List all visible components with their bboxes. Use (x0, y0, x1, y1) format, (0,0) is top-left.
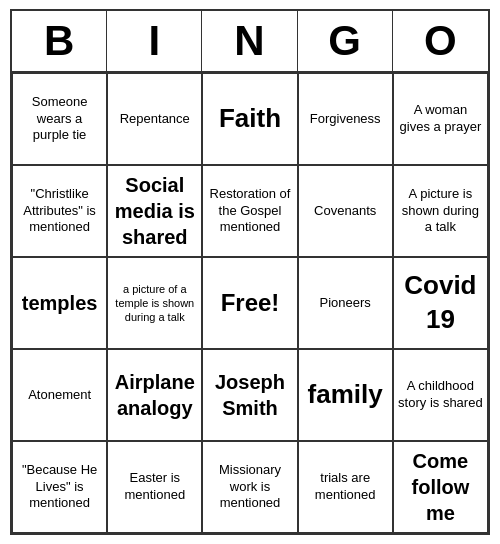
header-letter: I (107, 11, 202, 71)
bingo-cell[interactable]: Someone wears a purple tie (12, 73, 107, 165)
bingo-cell[interactable]: Pioneers (298, 257, 393, 349)
header-letter: G (298, 11, 393, 71)
bingo-cell[interactable]: a picture of a temple is shown during a … (107, 257, 202, 349)
bingo-cell[interactable]: Restoration of the Gospel mentioned (202, 165, 297, 257)
bingo-cell[interactable]: Missionary work is mentioned (202, 441, 297, 533)
bingo-cell[interactable]: Faith (202, 73, 297, 165)
bingo-cell[interactable]: Repentance (107, 73, 202, 165)
bingo-cell[interactable]: Atonement (12, 349, 107, 441)
header-letter: O (393, 11, 488, 71)
header-letter: B (12, 11, 107, 71)
bingo-cell[interactable]: Airplane analogy (107, 349, 202, 441)
bingo-cell[interactable]: Covenants (298, 165, 393, 257)
bingo-cell[interactable]: Covid 19 (393, 257, 488, 349)
bingo-header: BINGO (12, 11, 488, 73)
bingo-cell[interactable]: "Because He Lives" is mentioned (12, 441, 107, 533)
bingo-cell[interactable]: Easter is mentioned (107, 441, 202, 533)
bingo-cell[interactable]: Joseph Smith (202, 349, 297, 441)
bingo-card: BINGO Someone wears a purple tieRepentan… (10, 9, 490, 535)
bingo-cell[interactable]: trials are mentioned (298, 441, 393, 533)
bingo-cell[interactable]: A childhood story is shared (393, 349, 488, 441)
bingo-cell[interactable]: Social media is shared (107, 165, 202, 257)
bingo-cell[interactable]: temples (12, 257, 107, 349)
bingo-cell[interactable]: A woman gives a prayer (393, 73, 488, 165)
bingo-cell[interactable]: Forgiveness (298, 73, 393, 165)
bingo-cell[interactable]: Come follow me (393, 441, 488, 533)
bingo-cell[interactable]: A picture is shown during a talk (393, 165, 488, 257)
bingo-cell[interactable]: "Christlike Attributes" is mentioned (12, 165, 107, 257)
bingo-cell[interactable]: Free! (202, 257, 297, 349)
bingo-grid: Someone wears a purple tieRepentanceFait… (12, 73, 488, 533)
bingo-cell[interactable]: family (298, 349, 393, 441)
header-letter: N (202, 11, 297, 71)
